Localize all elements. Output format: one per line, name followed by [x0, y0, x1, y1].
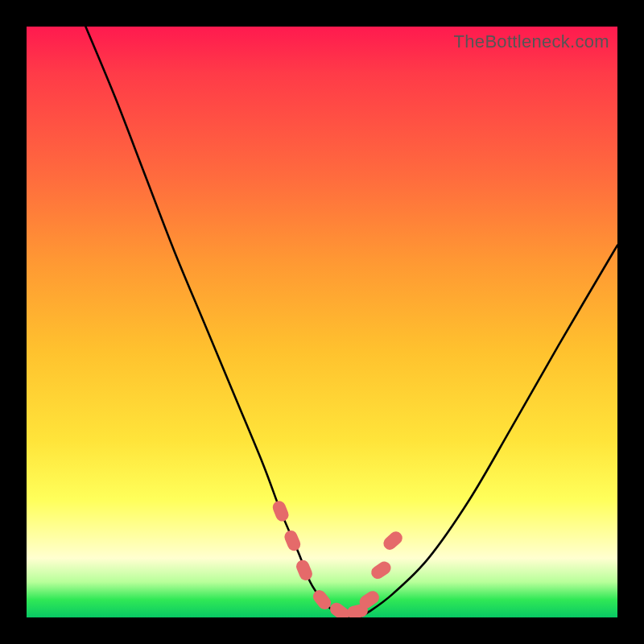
bottleneck-curve: [27, 27, 617, 617]
chart-frame: TheBottleneck.com: [0, 0, 644, 644]
plot-area: TheBottleneck.com: [27, 27, 617, 617]
curve-marker: [283, 529, 303, 553]
curve-marker: [295, 558, 315, 582]
curve-marker: [369, 559, 394, 581]
curve-marker: [270, 499, 291, 523]
curve-path: [85, 27, 617, 617]
curve-marker: [381, 529, 405, 552]
